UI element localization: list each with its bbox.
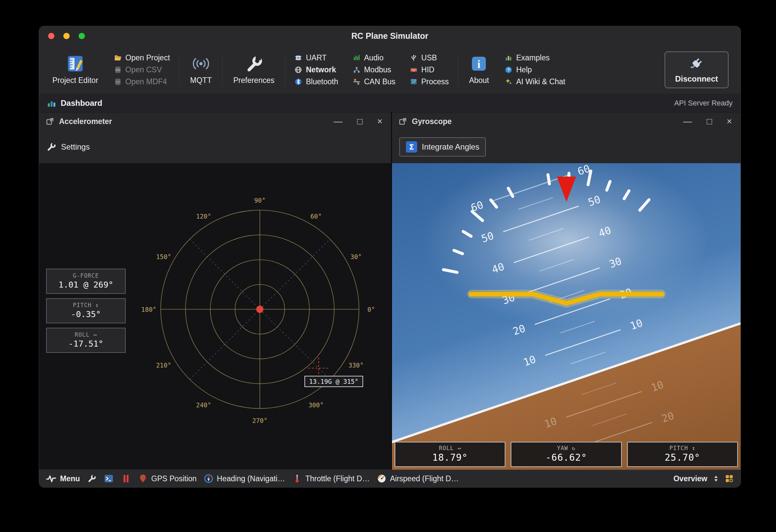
pitch-value: -0.35° [47, 310, 125, 319]
gps-position-label: GPS Position [151, 474, 197, 483]
minimize-panel-icon[interactable]: — [334, 117, 343, 126]
thermometer-icon [293, 474, 302, 483]
titlebar[interactable]: RC Plane Simulator [39, 26, 741, 45]
settings-button[interactable]: Settings [46, 142, 90, 152]
accelerometer-chart-area: 90° 60° 30° 0° 330° 300° 270° 240° 210° … [39, 163, 391, 470]
toolbar-separator [222, 53, 222, 86]
wrench-icon [244, 54, 263, 73]
preferences-button[interactable]: Preferences [224, 54, 283, 85]
process-label: Process [421, 77, 449, 86]
uart-label: UART [306, 53, 326, 62]
gps-position-item[interactable]: GPS Position [138, 474, 197, 483]
svg-text:150°: 150° [156, 253, 171, 260]
uart-button[interactable]: UART [295, 53, 338, 62]
about-info-icon: i [469, 54, 488, 73]
tools-wrench-icon[interactable] [87, 474, 96, 483]
attitude-indicator-area: 10102020303040405050606010102020 [392, 163, 741, 470]
integrate-angles-button[interactable]: Σ Integrate Angles [399, 137, 486, 157]
minimize-panel-icon[interactable]: — [683, 117, 692, 126]
open-project-button[interactable]: Open Project [114, 53, 170, 62]
project-editor-button[interactable]: Project Editor [44, 54, 107, 85]
help-label: Help [516, 65, 532, 74]
accelerometer-toolbar: Settings [39, 130, 391, 163]
pause-icon[interactable] [121, 474, 131, 484]
svg-text:i: i [477, 58, 480, 70]
gforce-center-dot [256, 306, 264, 313]
integrate-angles-label: Integrate Angles [422, 142, 479, 152]
accelerometer-header[interactable]: Accelerometer — □ × [39, 113, 391, 130]
svg-text:0°: 0° [367, 306, 375, 313]
hid-button[interactable]: HID [410, 65, 449, 74]
svg-text:300°: 300° [309, 401, 324, 409]
throttle-item[interactable]: Throttle (Flight D… [293, 474, 370, 483]
csv-file-icon [114, 66, 122, 73]
maximize-panel-icon[interactable]: □ [707, 117, 712, 126]
network-button[interactable]: Network [295, 65, 338, 74]
toolbar-separator [179, 53, 179, 86]
svg-text:Σ: Σ [409, 143, 414, 151]
canbus-button[interactable]: CAN Bus [353, 77, 396, 86]
roll-label: ROLL ↔ [395, 445, 505, 452]
heading-item[interactable]: Heading (Navigati… [204, 474, 285, 483]
mqtt-label: MQTT [190, 76, 212, 85]
hid-label: HID [421, 65, 434, 74]
gauge-icon [377, 474, 386, 483]
yaw-label: YAW ↻ [511, 445, 621, 452]
terminal-icon[interactable] [104, 474, 114, 484]
popout-icon [46, 117, 54, 126]
svg-text:90°: 90° [254, 197, 265, 204]
examples-chart-icon [505, 54, 512, 62]
svg-text:120°: 120° [196, 213, 211, 220]
comm-group-3: USB HID Process [403, 53, 456, 86]
modbus-button[interactable]: Modbus [353, 65, 396, 74]
overview-controls: Overview [673, 474, 734, 483]
accelerometer-window-controls: — □ × [334, 117, 384, 126]
about-label: About [469, 76, 489, 85]
svg-text:30°: 30° [351, 253, 362, 260]
gyroscope-toolbar: Σ Integrate Angles [392, 130, 741, 163]
open-file-group: Open Project Open CSV Open MDF4 [107, 53, 177, 86]
zoom-window-button[interactable] [78, 33, 85, 39]
mqtt-antenna-icon [192, 54, 210, 73]
usb-label: USB [421, 53, 437, 62]
layout-grid-icon[interactable] [725, 474, 734, 483]
svg-text:270°: 270° [252, 417, 267, 424]
open-csv-button[interactable]: Open CSV [114, 65, 170, 74]
project-editor-label: Project Editor [52, 76, 98, 85]
accelerometer-panel: Accelerometer — □ × Settings [39, 113, 391, 470]
help-button[interactable]: ? Help [505, 65, 565, 74]
gyroscope-header[interactable]: Gyroscope — □ × [392, 113, 741, 130]
open-mdf4-button[interactable]: Open MDF4 [114, 77, 170, 86]
modbus-label: Modbus [364, 65, 391, 74]
bluetooth-button[interactable]: Bluetooth [295, 77, 338, 86]
close-panel-icon[interactable]: × [377, 117, 382, 126]
ai-wiki-chat-button[interactable]: AI Wiki & Chat [505, 77, 565, 86]
disconnect-button[interactable]: Disconnect [664, 51, 729, 88]
network-globe-icon [295, 66, 302, 73]
sort-updown-icon[interactable] [712, 475, 720, 483]
audio-label: Audio [364, 53, 384, 62]
pitch-label: PITCH ↕ [47, 302, 125, 309]
audio-button[interactable]: Audio [353, 53, 396, 62]
accelerometer-readouts: G-FORCE 1.01 @ 269° PITCH ↕ -0.35° ROLL … [46, 269, 126, 353]
usb-button[interactable]: USB [410, 53, 449, 62]
overview-label: Overview [673, 474, 707, 483]
close-panel-icon[interactable]: × [727, 117, 732, 126]
open-mdf4-label: Open MDF4 [125, 77, 167, 86]
examples-button[interactable]: Examples [505, 53, 565, 62]
roll-label: ROLL ↔ [47, 331, 125, 338]
maximize-panel-icon[interactable]: □ [357, 117, 363, 126]
network-label: Network [306, 65, 336, 74]
process-button[interactable]: Process [410, 77, 449, 86]
dashboard-bar: Dashboard API Server Ready [39, 94, 741, 113]
menu-button[interactable]: Menu [46, 473, 80, 484]
airspeed-item[interactable]: Airspeed (Flight D… [377, 474, 459, 483]
gyroscope-readouts: ROLL ↔ 18.79° YAW ↻ -66.62° PITCH ↕ 25.7… [395, 442, 738, 467]
about-button[interactable]: i About [460, 54, 498, 85]
heading-label: Heading (Navigati… [217, 474, 285, 483]
api-server-status: API Server Ready [674, 99, 733, 108]
minimize-window-button[interactable] [63, 33, 70, 39]
close-window-button[interactable] [48, 33, 54, 39]
accelerometer-title: Accelerometer [59, 117, 112, 126]
mqtt-button[interactable]: MQTT [181, 54, 220, 85]
